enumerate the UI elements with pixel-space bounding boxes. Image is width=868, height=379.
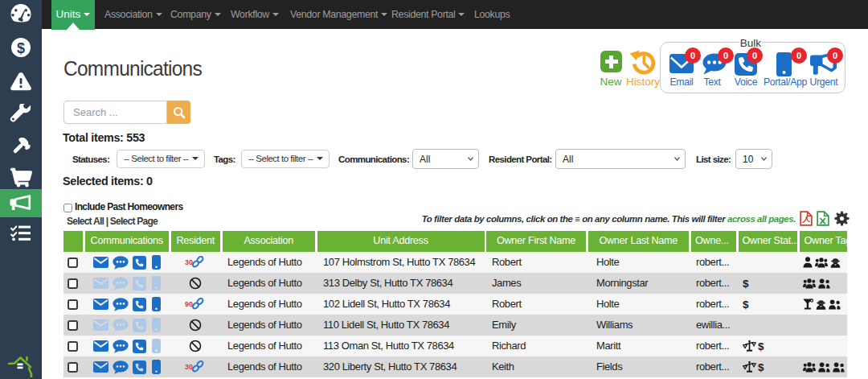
svg-text:$: $: [17, 40, 25, 56]
